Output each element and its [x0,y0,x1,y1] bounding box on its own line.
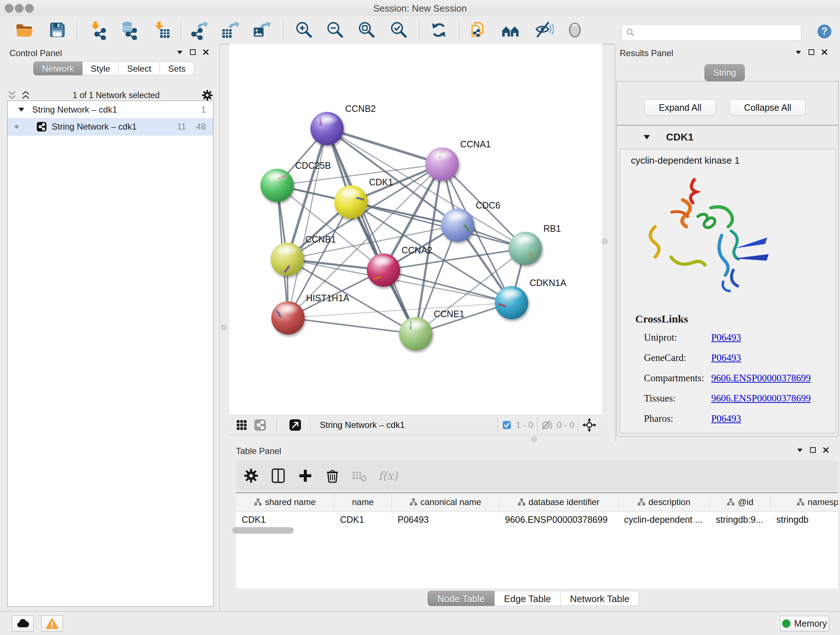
table-cell[interactable]: P06493 [392,511,499,527]
table-options-gear-icon[interactable] [243,468,259,484]
node-CDC25B[interactable] [261,169,294,202]
results-panel-menu-icon[interactable] [794,48,802,56]
control-panel-close-icon[interactable] [202,48,210,56]
table-cell[interactable]: CDK1 [236,511,334,527]
delete-column-icon[interactable] [324,467,341,484]
manage-networks-button[interactable] [469,20,488,40]
open-session-button[interactable] [15,20,34,40]
import-network-from-database-button[interactable] [119,20,139,40]
search-box[interactable] [621,24,802,41]
show-all-nodes-button[interactable] [501,20,521,40]
zoom-fit-button[interactable] [357,20,376,40]
table-cell[interactable]: stringdb [771,511,838,527]
column-header-name[interactable]: name [334,493,392,511]
node-CCNA1[interactable] [425,147,459,181]
crosslink-link[interactable]: 9606.ENSP00000378699 [711,372,811,383]
import-network-from-file-button[interactable] [88,20,107,40]
network-view-canvas[interactable]: CCNB2CCNA1CDC25BCDK1CDC6RB1CCNB1CCNA2CDK… [229,44,602,415]
node-CDC6[interactable] [441,209,474,242]
node-CDKN1A[interactable] [495,286,528,319]
zoom-out-button[interactable] [325,20,345,40]
gene-section-expander-icon[interactable] [642,133,652,142]
column-header-database-identifier[interactable]: database identifier [499,493,618,511]
network-collection-row[interactable]: String Network – cdk1 1 [8,101,213,118]
export-image-button[interactable] [252,20,272,40]
table-row[interactable]: CDK1CDK1P064939606.ENSP00000378699cyclin… [236,511,838,527]
collapse-all-networks-icon[interactable] [6,90,17,101]
left-splitter-handle[interactable] [221,325,226,330]
right-splitter-handle[interactable] [602,239,607,244]
node-CCNA2[interactable] [367,253,400,287]
column-header-canonical-name[interactable]: canonical name [392,493,499,511]
hide-selected-button[interactable] [534,20,554,40]
birds-eye-view-icon[interactable] [235,418,248,432]
results-panel-float-icon[interactable] [807,48,815,56]
warnings-button[interactable] [41,616,63,632]
create-column-icon[interactable] [297,468,313,484]
hidden-items-icon[interactable] [541,419,553,431]
crosslink-link[interactable]: P06493 [711,352,741,363]
crosslink-link[interactable]: P06493 [711,413,741,424]
table-panel-float-icon[interactable] [809,446,817,454]
network-options-gear-icon[interactable] [201,89,213,101]
table-panel-menu-icon[interactable] [796,446,804,454]
table-cell[interactable]: CDK1 [334,511,392,527]
column-header--id[interactable]: @id [710,493,771,511]
save-session-button[interactable] [47,20,67,40]
zoom-in-button[interactable] [294,20,314,40]
node-RB1[interactable] [508,232,542,265]
detach-view-icon[interactable] [288,418,302,432]
bottom-splitter-handle[interactable] [531,437,537,442]
edge-CCNB2-HIST1H1A[interactable] [288,128,327,318]
collection-expander-icon[interactable] [17,105,26,114]
table-cell[interactable]: cyclin-dependent ... [618,511,710,527]
network-overview-icon[interactable] [253,418,267,432]
collapse-all-button[interactable]: Collapse All [729,99,806,116]
control-panel-menu-icon[interactable] [176,48,184,56]
help-button[interactable]: ? [816,24,832,40]
tab-sets[interactable]: Sets [160,62,194,75]
table-panel-close-icon[interactable] [822,446,830,454]
control-panel-float-icon[interactable] [189,48,197,56]
export-network-button[interactable] [189,20,209,40]
node-CDK1[interactable] [334,185,368,219]
column-header-namespace[interactable]: namespace [771,493,838,511]
node-CCNB1[interactable] [271,242,304,276]
apply-layout-button[interactable] [429,20,448,40]
expand-all-button[interactable]: Expand All [644,99,716,116]
column-header-description[interactable]: description [618,493,710,511]
edge-CCNB2-CCNA1[interactable] [327,128,442,164]
zoom-selected-button[interactable] [389,20,409,40]
results-panel-close-icon[interactable] [821,48,829,56]
import-table-from-file-button[interactable] [152,20,171,40]
search-input[interactable] [636,27,798,38]
table-cell[interactable]: stringdb:9... [710,511,771,527]
tab-style[interactable]: Style [82,62,118,75]
show-hidden-button[interactable] [565,20,584,40]
table-cell[interactable]: 9606.ENSP00000378699 [499,511,618,527]
tab-edge-table[interactable]: Edge Table [494,591,561,606]
node-CCNE1[interactable] [399,317,432,350]
memory-button[interactable]: Memory [780,616,829,631]
selected-items-checkbox-icon[interactable] [501,420,512,431]
node-HIST1H1A[interactable] [271,301,305,334]
node-CCNB2[interactable] [310,112,344,145]
expand-all-networks-icon[interactable] [20,90,31,101]
crosslink-link[interactable]: P06493 [711,332,741,343]
network-graph[interactable]: CCNB2CCNA1CDC25BCDK1CDC6RB1CCNB1CCNA2CDK… [229,44,602,415]
tab-network-table[interactable]: Network Table [561,591,639,606]
tab-select[interactable]: Select [118,62,160,75]
edge-HIST1H1A-CCNE1[interactable] [288,318,416,334]
network-row[interactable]: String Network – cdk1 11 48 [8,118,213,135]
table-horizontal-scrollbar[interactable] [232,527,294,534]
crosslink-link[interactable]: 9606.ENSP00000378699 [711,393,811,404]
column-header-shared-name[interactable]: shared name [236,493,334,511]
tab-string[interactable]: String [704,64,745,81]
gene-section-header[interactable]: CDK1 [617,126,838,149]
cloud-services-button[interactable] [12,616,34,632]
export-table-button[interactable] [221,20,240,40]
tab-node-table[interactable]: Node Table [428,591,494,606]
show-columns-icon[interactable] [270,467,286,484]
tab-network[interactable]: Network [33,62,82,75]
fit-selected-icon[interactable] [582,417,597,432]
